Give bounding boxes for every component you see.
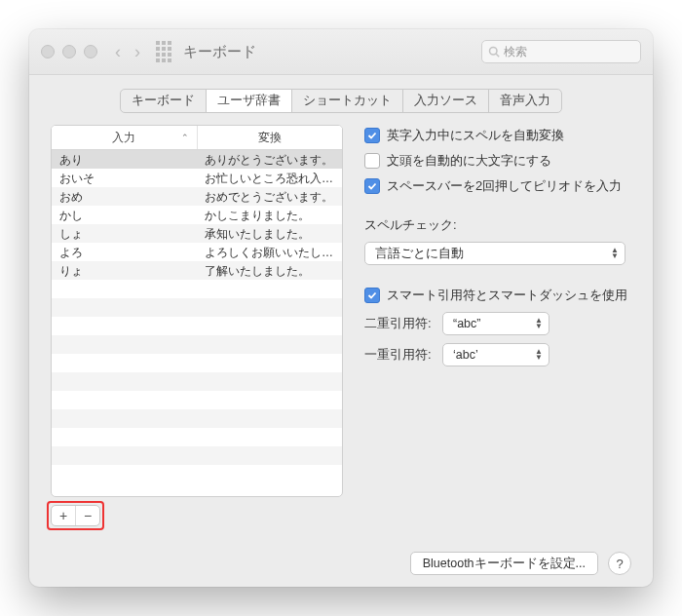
table-row[interactable]: りょ了解いたしました。 [52,261,342,280]
table-row[interactable]: おめおめでとうございます。 [52,187,342,206]
cell-input: しょ [52,224,197,243]
options-pane: 英字入力中にスペルを自動変換 文頭を自動的に大文字にする スペースバーを2回押し… [364,125,631,526]
tab-shortcuts[interactable]: ショートカット [292,90,403,112]
table-row [52,372,342,391]
cell-input [52,446,197,465]
spellcheck-label: スペルチェック: [364,216,631,234]
option-auto-correct-en[interactable]: 英字入力中にスペルを自動変換 [364,127,631,144]
table-row [52,354,342,372]
cell-input: よろ [52,243,197,261]
search-icon [488,46,500,58]
tab-dictation[interactable]: 音声入力 [489,90,561,112]
option-auto-capitalize[interactable]: 文頭を自動的に大文字にする [364,152,631,170]
cell-input: おめ [52,187,197,206]
cell-output: かしこまりました。 [197,206,342,224]
table-row[interactable]: ありありがとうございます。 [52,150,342,169]
sort-indicator-icon: ⌃ [181,133,189,142]
svg-point-0 [490,48,498,56]
minimize-window-button[interactable] [62,45,76,58]
add-button-highlight: + − [51,505,100,526]
tab-input-sources[interactable]: 入力ソース [403,90,489,112]
option-double-space-period[interactable]: スペースバーを2回押してピリオドを入力 [364,177,631,195]
cell-input [52,280,197,298]
table-row[interactable]: おいそお忙しいところ恐れ入り… [52,169,342,187]
single-quote-select[interactable]: ‘abc’ ▲▼ [442,343,549,366]
zoom-window-button[interactable] [84,45,97,58]
cell-output: お忙しいところ恐れ入り… [197,169,342,187]
window-controls [41,45,97,58]
select-value: “abc” [453,317,480,330]
table-row[interactable]: よろよろしくお願いいたしま… [52,243,342,261]
remove-row-button[interactable]: − [76,506,99,525]
window-title: キーボード [183,43,256,61]
cell-output [197,409,342,428]
cell-output [197,428,342,446]
table-row[interactable]: かしかしこまりました。 [52,206,342,224]
option-label: スペースバーを2回押してピリオドを入力 [387,177,622,195]
dictionary-table[interactable]: 入力 ⌃ 変換 ありありがとうございます。おいそお忙しいところ恐れ入り…おめおめ… [51,125,343,497]
cell-output: 承知いたしました。 [197,224,342,243]
svg-line-1 [496,54,499,57]
checkbox-icon [364,128,380,143]
column-output-label: 変換 [258,130,282,146]
preferences-window: ‹ › キーボード 検索 キーボード ユーザ辞書 ショートカット 入力ソース 音… [29,29,653,587]
table-row[interactable]: しょ承知いたしました。 [52,224,342,243]
back-button[interactable]: ‹ [115,43,121,60]
cell-output [197,335,342,354]
double-quote-row: 二重引用符: “abc” ▲▼ [364,312,631,335]
footer: Bluetoothキーボードを設定... ? [29,540,653,587]
table-header: 入力 ⌃ 変換 [52,126,342,150]
column-output[interactable]: 変換 [198,126,343,149]
stepper-arrows-icon: ▲▼ [535,349,543,361]
tabs: キーボード ユーザ辞書 ショートカット 入力ソース 音声入力 [120,89,562,113]
close-window-button[interactable] [41,45,55,58]
cell-output: ありがとうございます。 [197,150,342,169]
search-placeholder: 検索 [504,44,527,60]
option-smart-quotes[interactable]: スマート引用符とスマートダッシュを使用 [364,287,631,304]
titlebar: ‹ › キーボード 検索 [29,29,653,75]
help-button[interactable]: ? [608,552,631,575]
dictionary-pane: 入力 ⌃ 変換 ありありがとうございます。おいそお忙しいところ恐れ入り…おめおめ… [51,125,343,526]
cell-input: あり [52,150,197,169]
table-row [52,391,342,409]
table-row [52,409,342,428]
content: 入力 ⌃ 変換 ありありがとうございます。おいそお忙しいところ恐れ入り…おめおめ… [29,125,653,540]
cell-input [52,298,197,317]
tab-user-dictionary[interactable]: ユーザ辞書 [207,90,292,112]
single-quote-row: 一重引用符: ‘abc’ ▲▼ [364,343,631,366]
table-row [52,280,342,298]
search-input[interactable]: 検索 [481,40,641,63]
spellcheck-select[interactable]: 言語ごとに自動 ▲▼ [364,242,625,265]
stepper-arrows-icon: ▲▼ [611,248,619,259]
bluetooth-keyboard-button[interactable]: Bluetoothキーボードを設定... [410,552,598,575]
table-row [52,317,342,335]
double-quote-label: 二重引用符: [364,315,433,332]
cell-input: おいそ [52,169,197,187]
cell-input [52,354,197,372]
cell-output [197,354,342,372]
double-quote-select[interactable]: “abc” ▲▼ [442,312,549,335]
select-value: ‘abc’ [453,348,478,362]
cell-output [197,446,342,465]
stepper-arrows-icon: ▲▼ [535,318,543,329]
cell-input: かし [52,206,197,224]
cell-input [52,428,197,446]
checkbox-icon [364,178,380,194]
nav-buttons: ‹ › [115,43,140,60]
cell-input [52,372,197,391]
option-label: スマート引用符とスマートダッシュを使用 [387,287,627,304]
table-body: ありありがとうございます。おいそお忙しいところ恐れ入り…おめおめでとうございます… [52,150,342,496]
checkbox-icon [364,288,380,303]
tab-bar: キーボード ユーザ辞書 ショートカット 入力ソース 音声入力 [29,75,653,125]
column-input-label: 入力 [112,130,135,146]
column-input[interactable]: 入力 ⌃ [52,126,198,149]
cell-output: よろしくお願いいたしま… [197,243,342,261]
tab-keyboard[interactable]: キーボード [121,90,207,112]
cell-output [197,372,342,391]
add-row-button[interactable]: + [52,506,76,525]
cell-input: りょ [52,261,197,280]
cell-input [52,335,197,354]
show-all-icon[interactable] [156,41,171,62]
forward-button[interactable]: › [134,43,140,60]
checkbox-icon [364,153,380,169]
